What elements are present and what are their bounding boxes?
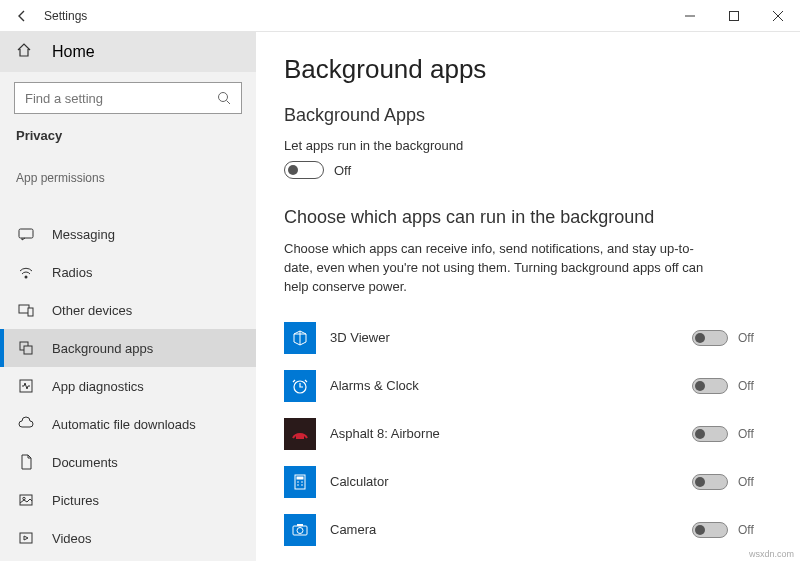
- sidebar-item-app-diagnostics[interactable]: App diagnostics: [0, 367, 256, 405]
- svg-rect-24: [297, 524, 303, 526]
- sidebar-item-messaging[interactable]: Messaging: [0, 215, 256, 253]
- app-toggle-asphalt[interactable]: [692, 426, 728, 442]
- svg-point-19: [301, 481, 303, 483]
- app-toggle-state: Off: [738, 331, 762, 345]
- sidebar-item-videos[interactable]: Videos: [0, 519, 256, 557]
- videos-icon: [16, 530, 36, 546]
- search-icon: [217, 91, 231, 105]
- sidebar-item-label: Other devices: [52, 303, 132, 318]
- app-toggle-calculator[interactable]: [692, 474, 728, 490]
- messaging-icon: [16, 226, 36, 242]
- sidebar-item-label: Automatic file downloads: [52, 417, 196, 432]
- sidebar-home-label: Home: [52, 43, 95, 61]
- window-title: Settings: [44, 9, 87, 23]
- svg-point-5: [25, 276, 28, 279]
- sidebar-item-documents[interactable]: Documents: [0, 443, 256, 481]
- close-button[interactable]: [756, 0, 800, 32]
- app-row-calculator: Calculator Off: [284, 459, 772, 505]
- app-toggle-alarms[interactable]: [692, 378, 728, 394]
- master-toggle-state: Off: [334, 163, 351, 178]
- svg-point-2: [219, 93, 228, 102]
- svg-rect-13: [20, 533, 32, 543]
- search-box[interactable]: [14, 82, 242, 114]
- app-name: Calculator: [330, 474, 692, 489]
- app-name: 3D Viewer: [330, 330, 692, 345]
- minimize-button[interactable]: [668, 0, 712, 32]
- svg-point-23: [297, 527, 303, 533]
- sidebar-item-label: Radios: [52, 265, 92, 280]
- toggle-knob: [288, 165, 298, 175]
- diagnostics-icon: [16, 378, 36, 394]
- app-icon-alarms: [284, 370, 316, 402]
- app-icon-calculator: [284, 466, 316, 498]
- sidebar-item-label: Messaging: [52, 227, 115, 242]
- sidebar-item-background-apps[interactable]: Background apps: [0, 329, 256, 367]
- sidebar-item-label: Pictures: [52, 493, 99, 508]
- sidebar-item-tasks[interactable]: Tasks: [0, 193, 256, 215]
- app-row-asphalt: Asphalt 8: Airborne Off: [284, 411, 772, 457]
- maximize-button[interactable]: [712, 0, 756, 32]
- search-input[interactable]: [25, 91, 217, 106]
- sidebar-item-label: Background apps: [52, 341, 153, 356]
- back-button[interactable]: [0, 0, 44, 32]
- svg-point-12: [23, 497, 25, 499]
- minimize-icon: [685, 11, 695, 21]
- svg-point-18: [297, 481, 299, 483]
- document-icon: [16, 454, 36, 470]
- section-background-apps-title: Background Apps: [284, 105, 772, 126]
- devices-icon: [16, 302, 36, 318]
- sidebar-item-label: Videos: [52, 531, 92, 546]
- svg-point-20: [297, 484, 299, 486]
- svg-rect-15: [296, 435, 304, 439]
- app-toggle-state: Off: [738, 523, 762, 537]
- titlebar: Settings: [0, 0, 800, 32]
- app-toggle-state: Off: [738, 427, 762, 441]
- app-toggle-state: Off: [738, 475, 762, 489]
- app-row-camera: Camera Off: [284, 507, 772, 553]
- svg-rect-4: [19, 229, 33, 238]
- svg-rect-9: [24, 346, 32, 354]
- sidebar-section-label: Privacy: [0, 128, 256, 143]
- section-choose-apps-title: Choose which apps can run in the backgro…: [284, 207, 772, 228]
- content-pane: Background apps Background Apps Let apps…: [256, 32, 800, 561]
- sidebar-item-other-devices[interactable]: Other devices: [0, 291, 256, 329]
- close-icon: [773, 11, 783, 21]
- svg-point-21: [301, 484, 303, 486]
- radios-icon: [16, 264, 36, 280]
- app-icon-3d-viewer: [284, 322, 316, 354]
- app-row-alarms: Alarms & Clock Off: [284, 363, 772, 409]
- master-toggle-label: Let apps run in the background: [284, 138, 772, 153]
- page-title: Background apps: [284, 54, 772, 85]
- watermark: wsxdn.com: [749, 549, 794, 559]
- sidebar-item-file-downloads[interactable]: Automatic file downloads: [0, 405, 256, 443]
- svg-rect-1: [730, 11, 739, 20]
- app-row-cortana: Cortana Off: [284, 555, 772, 561]
- sidebar-item-pictures[interactable]: Pictures: [0, 481, 256, 519]
- app-toggle-state: Off: [738, 379, 762, 393]
- svg-rect-11: [20, 495, 32, 505]
- section-choose-apps-desc: Choose which apps can receive info, send…: [284, 240, 714, 297]
- cloud-download-icon: [16, 416, 36, 432]
- pictures-icon: [16, 492, 36, 508]
- app-toggle-3d-viewer[interactable]: [692, 330, 728, 346]
- app-toggle-camera[interactable]: [692, 522, 728, 538]
- arrow-left-icon: [15, 9, 29, 23]
- svg-rect-7: [28, 308, 33, 316]
- sidebar-item-radios[interactable]: Radios: [0, 253, 256, 291]
- master-toggle[interactable]: [284, 161, 324, 179]
- maximize-icon: [729, 11, 739, 21]
- sidebar-home[interactable]: Home: [0, 32, 256, 72]
- app-icon-camera: [284, 514, 316, 546]
- app-name: Asphalt 8: Airborne: [330, 426, 692, 441]
- app-name: Alarms & Clock: [330, 378, 692, 393]
- app-row-3d-viewer: 3D Viewer Off: [284, 315, 772, 361]
- background-apps-icon: [16, 340, 36, 356]
- sidebar-item-label: Documents: [52, 455, 118, 470]
- svg-line-3: [227, 101, 231, 105]
- app-list: 3D Viewer Off Alarms & Clock Off: [284, 315, 772, 561]
- app-icon-asphalt: [284, 418, 316, 450]
- sidebar-item-label: App diagnostics: [52, 379, 144, 394]
- svg-rect-17: [297, 476, 304, 479]
- home-icon: [16, 42, 36, 62]
- sidebar-group-label: App permissions: [0, 171, 256, 185]
